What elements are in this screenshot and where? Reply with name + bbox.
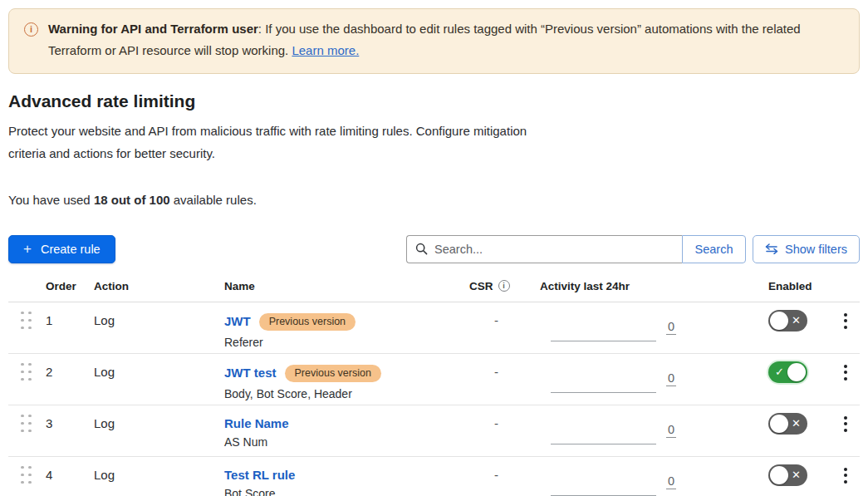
check-icon: ✓ <box>775 361 784 383</box>
csr-info-icon[interactable]: i <box>498 280 510 292</box>
enable-toggle[interactable]: ✓✕ <box>768 361 807 383</box>
table-row: 3 Log Rule Name AS Num - 0 ✓✕ <box>8 405 860 457</box>
rule-name-link[interactable]: Test RL rule <box>224 468 295 482</box>
drag-handle-icon[interactable] <box>21 466 46 484</box>
rule-name-link[interactable]: JWT <box>224 314 251 328</box>
activity-sparkline <box>551 341 656 341</box>
page-title: Advanced rate limiting <box>8 91 860 111</box>
toggle-knob <box>770 312 788 330</box>
table-row: 4 Log Test RL rule Bot Score - 0 ✓✕ <box>8 457 860 496</box>
rule-criteria: Bot Score <box>224 487 469 496</box>
rule-activity-cell: 0 <box>540 354 768 405</box>
cross-icon: ✕ <box>792 310 801 331</box>
create-rule-label: Create rule <box>41 243 101 256</box>
drag-handle-icon[interactable] <box>21 363 46 381</box>
rule-criteria: Referer <box>224 336 469 349</box>
usage-count: 18 out of 100 <box>94 193 170 207</box>
activity-count[interactable]: 0 <box>666 320 676 335</box>
rule-activity-cell: 0 <box>540 457 768 496</box>
activity-sparkline <box>551 495 656 496</box>
rule-action: Log <box>94 354 224 405</box>
swap-arrows-icon <box>765 243 778 254</box>
table-row: 2 Log JWT testPrevious version Body, Bot… <box>8 354 860 405</box>
rule-name-link[interactable]: Rule Name <box>224 416 289 430</box>
activity-sparkline <box>551 444 656 444</box>
toggle-knob <box>770 415 788 433</box>
previous-version-badge: Previous version <box>285 365 381 382</box>
row-menu-kebab-icon[interactable] <box>839 415 860 434</box>
rule-activity-cell: 0 <box>540 302 768 353</box>
activity-count[interactable]: 0 <box>666 423 676 438</box>
rule-order: 2 <box>46 354 94 405</box>
previous-version-badge: Previous version <box>259 313 356 331</box>
create-rule-button[interactable]: + Create rule <box>8 235 115 263</box>
rule-activity-cell: 0 <box>540 405 768 456</box>
show-filters-button[interactable]: Show filters <box>753 235 860 263</box>
rule-order: 3 <box>46 405 94 456</box>
search-button[interactable]: Search <box>682 235 746 263</box>
rule-csr-value: - <box>469 457 540 496</box>
col-header-activity: Activity last 24hr <box>540 280 768 292</box>
rule-name-link[interactable]: JWT test <box>224 366 277 380</box>
rule-criteria: AS Num <box>224 435 469 449</box>
row-menu-kebab-icon[interactable] <box>839 312 860 331</box>
usage-summary: You have used 18 out of 100 available ru… <box>8 193 860 207</box>
cross-icon: ✕ <box>792 413 801 435</box>
usage-prefix: You have used <box>8 193 94 207</box>
warning-info-icon: i <box>24 22 38 37</box>
enable-toggle[interactable]: ✓✕ <box>768 464 807 486</box>
rule-order: 4 <box>46 457 94 496</box>
search-input[interactable] <box>434 243 674 256</box>
activity-count[interactable]: 0 <box>666 474 676 489</box>
drag-handle-icon[interactable] <box>21 312 46 330</box>
rule-action: Log <box>94 302 224 353</box>
search-icon <box>415 243 428 255</box>
col-header-enabled: Enabled <box>768 280 831 292</box>
toolbar: + Create rule Search Show filters <box>8 235 860 263</box>
toggle-knob <box>770 466 788 484</box>
rule-action: Log <box>94 405 224 456</box>
warning-banner-text: Warning for API and Terraform user: If y… <box>48 18 842 62</box>
learn-more-link[interactable]: Learn more. <box>292 43 359 57</box>
rule-criteria: Body, Bot Score, Header <box>224 387 469 400</box>
show-filters-label: Show filters <box>785 243 847 256</box>
row-menu-kebab-icon[interactable] <box>839 363 860 382</box>
rules-table-header: Order Action Name CSR i Activity last 24… <box>8 280 860 302</box>
usage-suffix: available rules. <box>170 193 257 207</box>
enable-toggle[interactable]: ✓✕ <box>768 310 807 331</box>
enable-toggle[interactable]: ✓✕ <box>768 413 807 435</box>
rule-order: 1 <box>46 302 94 353</box>
drag-handle-icon[interactable] <box>21 415 46 433</box>
col-header-name: Name <box>224 280 469 292</box>
toggle-knob <box>787 363 806 381</box>
page-description: Protect your website and API from malici… <box>8 120 527 165</box>
search-area: Search Show filters <box>406 235 860 263</box>
warning-banner: i Warning for API and Terraform user: If… <box>8 8 860 74</box>
rule-csr-value: - <box>469 405 540 456</box>
csr-header-label: CSR <box>469 280 493 292</box>
row-menu-kebab-icon[interactable] <box>839 466 860 485</box>
search-box <box>406 235 682 263</box>
warning-banner-title: Warning for API and Terraform user <box>48 22 258 36</box>
col-header-csr: CSR i <box>469 280 540 292</box>
col-header-order: Order <box>46 280 94 292</box>
table-row: 1 Log JWTPrevious version Referer - 0 ✓✕ <box>8 302 860 354</box>
rule-csr-value: - <box>469 302 540 353</box>
advanced-rate-limiting-page: i Warning for API and Terraform user: If… <box>0 0 868 496</box>
rule-action: Log <box>94 457 224 496</box>
col-header-action: Action <box>94 280 224 292</box>
activity-sparkline <box>551 392 656 393</box>
cross-icon: ✕ <box>792 464 801 486</box>
rule-csr-value: - <box>469 354 540 405</box>
activity-count[interactable]: 0 <box>666 371 676 386</box>
plus-icon: + <box>23 241 32 258</box>
